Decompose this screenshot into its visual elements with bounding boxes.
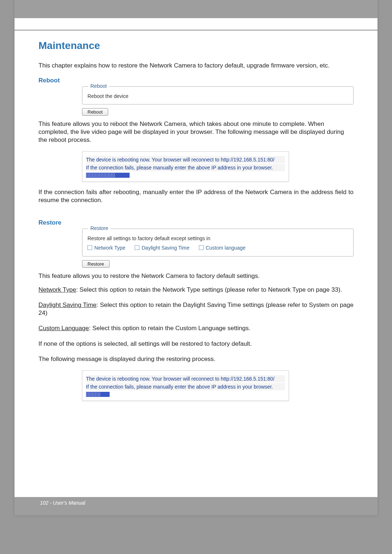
restore-lang-para: Custom Language: Select this option to r… [38,324,354,332]
reboot-desc: Reboot the device [87,93,348,99]
restore-opt3-label: Custom language [206,245,246,251]
restore-panel: Restore Restore all settings to factory … [82,229,354,257]
restore-msg-intro: The following message is displayed durin… [38,355,354,363]
checkbox-icon [199,245,204,250]
reboot-legend: Reboot [88,83,109,89]
reboot-after-text: This feature allows you to reboot the Ne… [38,120,354,144]
restore-msg-line1: The device is rebooting now. Your browse… [86,375,285,382]
restore-msg-line2: If the connection fails, please manually… [86,383,285,390]
restore-button[interactable]: Restore [82,260,110,268]
intro-text: This chapter explains how to restore the… [38,62,354,70]
restore-none-para: If none of the options is selected, all … [38,340,354,348]
reboot-msg-line2: If the connection fails, please manually… [86,164,285,171]
reboot-message-box: The device is rebooting now. Your browse… [82,151,289,182]
reboot-heading: Reboot [38,77,354,84]
restore-after-text: This feature allows you to restore the N… [38,272,354,280]
restore-message-box: The device is rebooting now. Your browse… [82,370,289,401]
restore-opt1-label: Network Type [94,245,125,251]
restore-opt-network[interactable]: Network Type [87,245,125,251]
reboot-progress [86,173,130,178]
reboot-tail-text: If the connection fails after rebooting,… [38,188,354,204]
restore-network-para: Network Type: Select this option to reta… [38,286,354,294]
header-rule [15,30,377,30]
restore-opt2-label: Daylight Saving Time [142,245,189,251]
restore-progress [86,392,110,397]
page-footer: 102 - User's Manual [40,500,85,506]
restore-desc: Restore all settings to factory default … [87,235,348,241]
restore-opt-dst[interactable]: Daylight Saving Time [135,245,189,251]
brand-label: VIVOTEK [40,21,67,28]
restore-opt-lang[interactable]: Custom language [199,245,246,251]
checkbox-icon [135,245,139,250]
reboot-msg-line1: The device is rebooting now. Your browse… [86,156,285,163]
page-title: Maintenance [38,40,354,52]
reboot-panel: Reboot Reboot the device [82,86,354,104]
restore-dst-para: Daylight Saving Time: Select this option… [38,301,354,317]
restore-legend: Restore [88,225,110,231]
reboot-button[interactable]: Reboot [82,108,108,116]
restore-heading: Restore [38,219,354,226]
checkbox-icon [87,245,92,250]
